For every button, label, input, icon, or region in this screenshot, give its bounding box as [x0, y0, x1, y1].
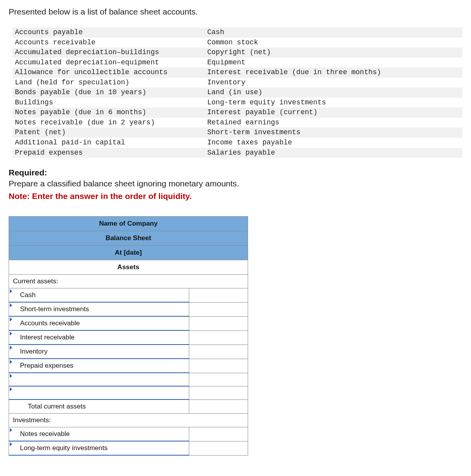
value-cell	[189, 330, 248, 345]
account-item: Buildings	[13, 98, 205, 108]
account-item: Short-term investments	[205, 128, 462, 138]
answer-input-cell[interactable]: Cash	[9, 288, 189, 303]
account-item: Land (held for speculation)	[13, 78, 205, 88]
account-item: Equipment	[205, 58, 462, 68]
value-cell	[189, 359, 248, 373]
account-item: Income taxes payable	[205, 138, 462, 148]
account-item: Notes receivable (due in 2 years)	[13, 118, 205, 128]
account-item: Common stock	[205, 38, 462, 48]
category-label: Investments:	[9, 414, 248, 427]
value-cell	[189, 316, 248, 330]
account-item: Prepaid expenses	[13, 148, 205, 158]
value-cell	[189, 302, 248, 316]
company-header: Name of Company	[9, 217, 248, 231]
value-cell	[189, 288, 248, 303]
required-text: Prepare a classified balance sheet ignor…	[9, 179, 239, 188]
account-item: Inventory	[205, 78, 462, 88]
answer-input-cell[interactable]: Accounts receivable	[9, 316, 189, 330]
account-item: Accumulated depreciation–equipment	[13, 58, 205, 68]
account-item: Interest payable (current)	[205, 108, 462, 118]
account-item: Long-term equity investments	[205, 98, 462, 108]
value-cell	[189, 399, 248, 414]
account-item: Land (in use)	[205, 88, 462, 98]
account-item: Salaries payable	[205, 148, 462, 158]
value-cell	[189, 441, 248, 455]
assets-section-header: Assets	[9, 260, 248, 275]
answer-input-cell[interactable]	[9, 373, 189, 386]
value-cell	[189, 345, 248, 359]
account-item: Notes payable (due in 6 months)	[13, 108, 205, 118]
accounts-list: Accounts payableAccounts receivableAccum…	[9, 27, 462, 158]
answer-input-cell[interactable]: Long-term equity investments	[9, 441, 189, 455]
intro-text: Presented below is a list of balance she…	[9, 7, 462, 16]
date-header: At [date]	[9, 246, 248, 260]
account-item: Allowance for uncollectible accounts	[13, 67, 205, 78]
account-item: Bonds payable (due in 10 years)	[13, 88, 205, 98]
account-item: Cash	[205, 27, 462, 38]
answer-input-cell[interactable]: Prepaid expenses	[9, 359, 189, 373]
title-header: Balance Sheet	[9, 231, 248, 246]
answer-input-cell[interactable]: Short-term investments	[9, 302, 189, 316]
account-item: Interest receivable (due in three months…	[205, 67, 462, 78]
account-item: Patent (net)	[13, 128, 205, 138]
account-item: Accounts payable	[13, 27, 205, 38]
answer-input-cell[interactable]: Notes receivable	[9, 427, 189, 441]
answer-input-cell[interactable]: Interest receivable	[9, 330, 189, 345]
account-item: Retained earnings	[205, 118, 462, 128]
value-cell	[189, 427, 248, 441]
account-item: Accounts receivable	[13, 38, 205, 48]
category-label: Current assets:	[9, 275, 248, 288]
account-item: Copyright (net)	[205, 47, 462, 58]
total-label: Total current assets	[9, 399, 189, 414]
account-item: Additional paid-in capital	[13, 138, 205, 148]
required-label: Required:	[9, 168, 47, 177]
balance-sheet-table: Name of Company Balance Sheet At [date] …	[9, 216, 248, 456]
required-note: Note: Enter the answer in the order of l…	[9, 191, 192, 201]
value-cell	[189, 373, 248, 386]
account-item: Accumulated depreciation–buildings	[13, 47, 205, 58]
required-section: Required: Prepare a classified balance s…	[9, 168, 462, 202]
answer-input-cell[interactable]: Inventory	[9, 345, 189, 359]
value-cell	[189, 386, 248, 399]
answer-input-cell[interactable]	[9, 386, 189, 399]
